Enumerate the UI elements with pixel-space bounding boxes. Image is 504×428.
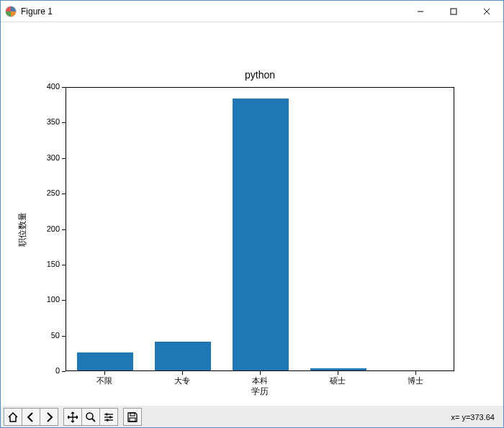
y-tick-label: 150: [31, 260, 60, 268]
back-button[interactable]: [22, 408, 40, 426]
x-tick-label: 博士: [379, 375, 451, 386]
svg-point-5: [86, 413, 93, 419]
y-tick-mark: [62, 229, 66, 230]
window-title: Figure 1: [21, 6, 404, 17]
x-tick-label: 不限: [68, 375, 140, 386]
pan-button[interactable]: [63, 408, 82, 426]
y-tick-label: 50: [31, 331, 60, 340]
figure-canvas[interactable]: python 职位数量 学历 050100150200250300350400 …: [1, 22, 503, 406]
app-icon: [5, 6, 17, 17]
svg-rect-14: [130, 418, 135, 422]
y-tick-label: 0: [31, 366, 60, 375]
x-tick-label: 硕士: [302, 375, 374, 386]
y-tick-mark: [62, 300, 66, 301]
home-button[interactable]: [4, 408, 22, 426]
x-tick-mark: [338, 371, 338, 375]
bar: [77, 352, 133, 370]
zoom-button[interactable]: [81, 408, 100, 426]
y-tick-label: 250: [31, 188, 60, 197]
y-tick-mark: [62, 371, 66, 372]
svg-rect-2: [451, 9, 456, 14]
plot-area: [66, 87, 454, 371]
x-axis-label: 学历: [66, 386, 454, 398]
chart-title: python: [66, 69, 454, 81]
y-tick-mark: [62, 193, 66, 194]
save-button[interactable]: [123, 408, 142, 426]
y-tick-label: 300: [31, 153, 60, 162]
bar: [233, 99, 289, 370]
svg-line-6: [92, 419, 95, 422]
configure-button[interactable]: [99, 408, 118, 426]
y-axis-label: 职位数量: [17, 87, 29, 371]
y-tick-mark: [62, 158, 66, 159]
maximize-button[interactable]: [437, 1, 470, 22]
forward-button[interactable]: [40, 408, 58, 426]
title-bar: Figure 1: [1, 1, 503, 22]
y-tick-mark: [62, 87, 66, 88]
y-tick-label: 100: [31, 295, 60, 304]
bar: [310, 368, 366, 370]
close-button[interactable]: [470, 1, 503, 22]
x-tick-mark: [260, 371, 261, 375]
bar: [155, 342, 211, 370]
y-tick-mark: [62, 336, 66, 337]
y-tick-label: 350: [31, 117, 60, 126]
svg-rect-10: [106, 413, 108, 415]
svg-rect-12: [107, 419, 109, 421]
svg-rect-11: [109, 416, 112, 418]
x-tick-mark: [415, 371, 416, 375]
x-tick-label: 大专: [146, 375, 218, 386]
y-tick-mark: [62, 122, 66, 123]
cursor-coordinates: x= y=373.64: [451, 413, 500, 422]
x-tick-label: 本科: [224, 375, 296, 386]
y-tick-label: 200: [31, 224, 60, 233]
x-tick-mark: [182, 371, 183, 375]
window-controls: [404, 1, 503, 22]
y-tick-mark: [62, 265, 66, 265]
x-tick-mark: [104, 371, 105, 375]
y-tick-label: 400: [31, 82, 60, 91]
navigation-toolbar: x= y=373.64: [1, 406, 503, 428]
minimize-button[interactable]: [404, 1, 437, 22]
